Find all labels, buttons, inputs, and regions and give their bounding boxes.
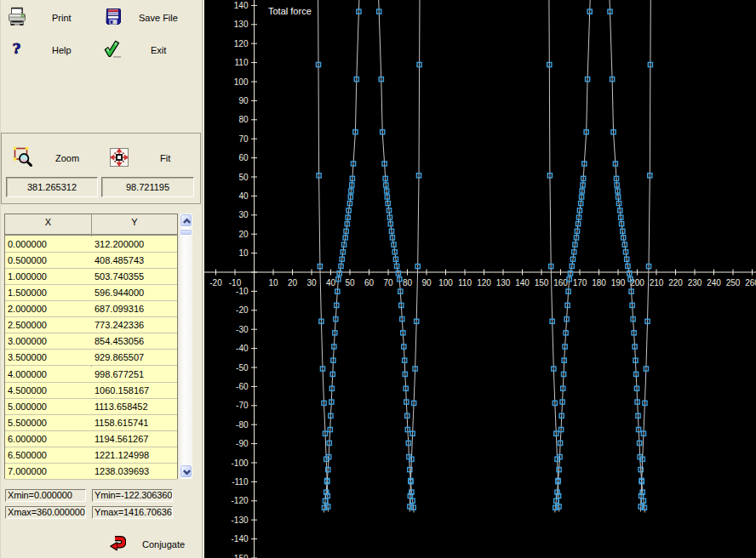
plot-area[interactable]: -20-101020304050607080901001101201301401… — [204, 0, 756, 558]
conjugate-icon-wrap — [110, 536, 126, 555]
x-tick-label: 160 — [553, 278, 568, 288]
print-label[interactable]: Print — [52, 13, 72, 23]
cell-x[interactable]: 4.000000 — [8, 369, 47, 379]
table-row[interactable]: 6.0000001194.561267 — [5, 431, 177, 447]
table-row[interactable]: 2.500000773.242336 — [5, 317, 177, 333]
x-tick-label: 230 — [688, 278, 702, 288]
cell-x[interactable]: 5.000000 — [8, 401, 47, 412]
scroll-up-button[interactable] — [180, 214, 192, 227]
table-row[interactable]: 1.000000503.740355 — [5, 269, 177, 285]
x-tick-label: 10 — [268, 278, 278, 288]
help-button[interactable]: ? — [11, 42, 22, 56]
x-tick-label: 70 — [383, 278, 393, 288]
cell-x[interactable]: 6.000000 — [8, 434, 47, 444]
ymin-field[interactable]: Ymin=-122.306360 — [92, 489, 173, 502]
save-file-button[interactable] — [106, 9, 121, 25]
y-tick-label: 50 — [238, 173, 249, 182]
ymax-field[interactable]: Ymax=1416.706360 — [92, 506, 173, 519]
fit-button[interactable] — [110, 148, 129, 167]
table-row[interactable]: 0.000000312.200000 — [5, 236, 177, 253]
data-table: X Y 0.000000312.2000000.500000408.485743… — [4, 214, 178, 479]
cell-y[interactable]: 687.099316 — [94, 304, 144, 314]
cell-y[interactable]: 1060.158167 — [94, 385, 149, 396]
x-tick-label: 210 — [650, 278, 664, 288]
cell-y[interactable]: 998.677251 — [94, 369, 144, 379]
table-row[interactable]: 0.500000408.485743 — [5, 253, 177, 269]
cell-x[interactable]: 3.500000 — [8, 352, 47, 362]
cell-y[interactable]: 503.740355 — [94, 271, 144, 282]
column-header-x[interactable]: X — [5, 217, 91, 227]
cell-y[interactable]: 1194.561267 — [94, 434, 148, 444]
xmax-field[interactable]: Xmax=360.000000 — [5, 506, 86, 519]
table-row[interactable]: 4.000000998.677251 — [5, 367, 177, 383]
column-header-y[interactable]: Y — [92, 217, 177, 227]
xmin-field[interactable]: Xmin=0.000000 — [5, 489, 86, 502]
y-tick-label: 110 — [235, 58, 249, 67]
y-tick-label: -70 — [236, 401, 249, 410]
table-scrollbar[interactable] — [180, 214, 192, 479]
cell-x[interactable]: 0.500000 — [8, 255, 47, 265]
cell-y[interactable]: 1238.039693 — [94, 466, 149, 476]
table-row[interactable]: 3.000000854.453056 — [5, 333, 177, 350]
scroll-up-arrow-icon — [181, 217, 192, 225]
cell-x[interactable]: 1.000000 — [8, 271, 47, 282]
help-label[interactable]: Help — [52, 45, 72, 55]
y-tick-label: -60 — [236, 382, 249, 391]
exit-button[interactable] — [104, 40, 121, 58]
x-tick-label: 220 — [668, 278, 683, 288]
cell-y[interactable]: 596.944000 — [94, 288, 144, 298]
cell-y[interactable]: 312.200000 — [94, 239, 144, 249]
x-tick-label: 260 — [745, 278, 756, 288]
x-tick-label: 100 — [438, 278, 453, 288]
conjugate-button[interactable]: Conjugate — [106, 534, 200, 555]
scroll-down-button[interactable] — [180, 464, 192, 478]
cell-x[interactable]: 7.000000 — [8, 466, 47, 476]
cell-x[interactable]: 0.000000 — [8, 239, 47, 249]
scroll-thumb[interactable] — [180, 229, 192, 236]
y-tick-label: -100 — [231, 458, 248, 468]
cell-y[interactable]: 1221.124998 — [94, 450, 149, 460]
table-row[interactable]: 3.500000929.865507 — [5, 350, 177, 366]
fit-icon — [110, 148, 129, 167]
table-row[interactable]: 7.0000001238.039693 — [5, 464, 177, 480]
table-row[interactable]: 2.000000687.099316 — [5, 301, 177, 317]
y-tick-label: -10 — [236, 287, 249, 296]
x-tick-label: 190 — [611, 278, 626, 288]
cell-x[interactable]: 4.500000 — [8, 385, 47, 396]
total-force-chart[interactable]: -20-101020304050607080901001101201301401… — [204, 0, 756, 558]
cell-x[interactable]: 5.500000 — [8, 418, 47, 428]
zoom-button[interactable] — [13, 146, 32, 168]
cell-y[interactable]: 408.485743 — [94, 255, 144, 265]
help-question-icon: ? — [11, 42, 22, 56]
print-button[interactable] — [9, 7, 26, 26]
cell-x[interactable]: 6.500000 — [8, 450, 47, 460]
table-row[interactable]: 5.0000001113.658452 — [5, 399, 177, 415]
cell-x[interactable]: 1.500000 — [8, 288, 47, 298]
zoom-label[interactable]: Zoom — [55, 153, 79, 163]
x-tick-label: 250 — [726, 278, 741, 288]
x-tick-label: 180 — [592, 278, 606, 288]
cell-y[interactable]: 929.865507 — [94, 352, 144, 362]
y-tick-label: -150 — [231, 554, 248, 558]
table-row[interactable]: 5.5000001158.615741 — [5, 415, 177, 431]
chart-title: Total force — [268, 6, 312, 16]
cell-y[interactable]: 1113.658452 — [94, 401, 148, 412]
table-row[interactable]: 1.500000596.944000 — [5, 285, 177, 301]
y-tick-label: 100 — [234, 77, 249, 87]
cell-x[interactable]: 3.000000 — [8, 336, 47, 346]
fit-label[interactable]: Fit — [160, 153, 170, 163]
save-file-label[interactable]: Save File — [139, 13, 178, 23]
x-tick-label: 60 — [364, 278, 375, 288]
cell-y[interactable]: 1158.615741 — [94, 418, 148, 428]
table-row[interactable]: 4.5000001060.158167 — [5, 383, 177, 399]
table-row[interactable]: 6.5000001221.124998 — [5, 447, 177, 464]
cell-x[interactable]: 2.000000 — [8, 304, 47, 314]
conjugate-label[interactable]: Conjugate — [142, 539, 185, 549]
cell-x[interactable]: 2.500000 — [8, 320, 47, 330]
cell-y[interactable]: 773.242336 — [94, 320, 144, 330]
cell-y[interactable]: 854.453056 — [94, 336, 144, 346]
exit-label[interactable]: Exit — [151, 45, 166, 55]
y-tick-label: -80 — [236, 420, 249, 430]
y-tick-label: -110 — [232, 477, 249, 487]
y-tick-label: 120 — [234, 39, 249, 48]
